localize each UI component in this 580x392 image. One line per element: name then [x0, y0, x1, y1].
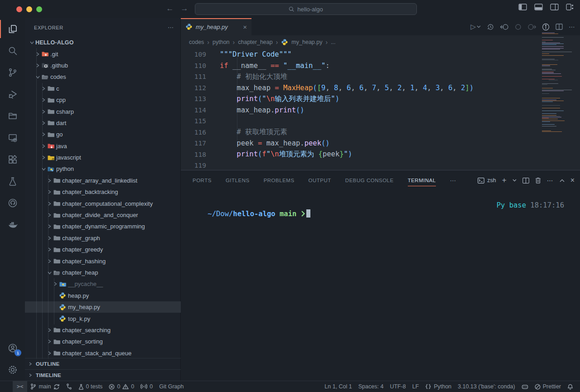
status-remote-indicator[interactable]: >< [13, 381, 27, 392]
customize-layout-icon[interactable] [566, 4, 574, 10]
status-language-mode[interactable]: Python [422, 381, 454, 392]
folder-extension-activity-icon[interactable] [0, 105, 25, 127]
editor-more-actions-icon[interactable]: ⋯ [569, 23, 575, 30]
run-python-file-button[interactable]: ▷ [470, 23, 481, 31]
kill-terminal-trash-icon[interactable] [535, 177, 541, 184]
status-formatter-status[interactable]: Prettier [532, 381, 564, 392]
file-tree-item-java[interactable]: java [25, 140, 181, 152]
panel-tabs-more-icon[interactable]: ⋯ [450, 177, 457, 184]
split-terminal-icon[interactable] [522, 178, 529, 184]
run-dropdown-chevron-icon[interactable] [477, 25, 481, 28]
chevron-down-icon [46, 271, 53, 275]
panel-tab-problems[interactable]: PROBLEMS [264, 170, 295, 190]
status-python-interpreter[interactable]: 3.10.13 ('base': conda) [454, 381, 518, 392]
file-tree-item--git[interactable]: .git [25, 48, 181, 59]
commit-graph-icon[interactable] [542, 23, 550, 31]
window-close-button[interactable] [16, 6, 22, 12]
github-activity-icon[interactable] [0, 192, 25, 214]
next-change-icon[interactable] [527, 24, 536, 30]
toggle-panel-icon[interactable] [534, 4, 543, 10]
status-git-branch-status[interactable]: main [27, 381, 63, 392]
code-line-116: 116 # 获取堆顶元素 [181, 127, 580, 138]
file-tree-item--github[interactable]: .github [25, 60, 181, 71]
run-debug-activity-icon[interactable] [0, 83, 25, 105]
folder-github-icon [41, 62, 50, 69]
change-indicator-icon[interactable] [515, 24, 522, 30]
navigate-back-icon[interactable]: ← [165, 4, 175, 13]
file-tree-item-javascript[interactable]: JSjavascript [25, 152, 181, 163]
status-copilot-status[interactable] [518, 381, 532, 392]
status-tests-status[interactable]: 0 tests [75, 381, 106, 392]
accounts-activity-icon[interactable]: 1 [0, 337, 25, 359]
file-tree-item-c[interactable]: c [25, 83, 181, 94]
docker-activity-icon[interactable] [0, 214, 25, 236]
panel-more-actions-icon[interactable]: ⋯ [547, 177, 554, 184]
tree-item-label: chapter_graph [62, 235, 100, 242]
file-tree-item-csharp[interactable]: csharp [25, 106, 181, 117]
explorer-more-actions-icon[interactable]: ⋯ [168, 24, 174, 31]
file-tree-item-cpp[interactable]: cpp [25, 94, 181, 106]
sync-icon [53, 384, 60, 390]
breadcrumb-python[interactable]: python [213, 39, 230, 45]
maximize-panel-icon[interactable] [560, 179, 565, 182]
file-tree-item-dart[interactable]: dart [25, 117, 181, 129]
split-editor-icon[interactable] [556, 24, 563, 30]
tree-item-label: go [56, 131, 63, 138]
terminal-shell-chip[interactable]: zsh [478, 177, 496, 184]
panel-tab-output[interactable]: OUTPUT [309, 170, 331, 190]
toggle-primary-sidebar-icon[interactable] [518, 4, 527, 10]
error-icon [109, 384, 115, 390]
search-activity-icon[interactable] [0, 40, 25, 62]
tab-my-heap-py[interactable]: my_heap.py × [181, 18, 251, 35]
terminal-dropdown-chevron-icon[interactable] [512, 179, 517, 182]
status-ports-status[interactable]: 0 [137, 381, 156, 392]
breadcrumb-file[interactable]: my_heap.py [291, 39, 322, 45]
status-notifications[interactable] [564, 381, 576, 392]
panel-tab-ports[interactable]: PORTS [193, 170, 212, 190]
breadcrumb-symbol[interactable]: ... [331, 39, 335, 45]
new-terminal-icon[interactable]: + [502, 176, 507, 185]
window-zoom-button[interactable] [36, 6, 42, 12]
status-problems-status[interactable]: 00 [106, 381, 137, 392]
command-center-search[interactable]: hello-algo [195, 3, 417, 15]
file-tree-item-hello-algo[interactable]: HELLO-ALGO [25, 37, 181, 48]
code-view[interactable]: 109"""Driver Code"""110if __name__ == "_… [181, 49, 580, 170]
breadcrumb-codes[interactable]: codes [189, 39, 204, 45]
timeline-section-header[interactable]: TIMELINE [25, 369, 181, 381]
previous-change-icon[interactable] [500, 24, 509, 30]
panel-tab-debug-console[interactable]: DEBUG CONSOLE [345, 170, 394, 190]
status-eol[interactable]: LF [409, 381, 422, 392]
file-tree-item-python[interactable]: python [25, 163, 181, 174]
status-indentation[interactable]: Spaces: 4 [355, 381, 387, 392]
file-tree-item-go[interactable]: go [25, 129, 181, 140]
tab-close-icon[interactable]: × [243, 23, 247, 31]
status-git-graph-launcher[interactable] [63, 381, 75, 392]
status-git-graph-label[interactable]: Git Graph [156, 381, 187, 392]
minimap[interactable] [542, 32, 572, 133]
outline-section-header[interactable]: OUTLINE [25, 358, 181, 369]
close-panel-icon[interactable]: × [570, 176, 575, 184]
panel-tab-gitlens[interactable]: GITLENS [226, 170, 250, 190]
remote-explorer-activity-icon[interactable] [0, 127, 25, 149]
tree-item-label: javascript [56, 154, 81, 161]
status-cursor-position[interactable]: Ln 1, Col 1 [321, 381, 355, 392]
panel-tab-terminal[interactable]: TERMINAL [408, 170, 436, 190]
window-minimize-button[interactable] [26, 6, 32, 12]
settings-activity-icon[interactable] [0, 359, 25, 381]
breadcrumb-chapter-heap[interactable]: chapter_heap [238, 39, 272, 45]
source-control-activity-icon[interactable] [0, 62, 25, 83]
timeline-history-icon[interactable] [487, 23, 494, 31]
tree-item-label: chapter_sorting [62, 338, 103, 345]
chevron-right-icon [40, 121, 47, 125]
toggle-secondary-sidebar-icon[interactable] [550, 4, 559, 10]
status-encoding[interactable]: UTF-8 [387, 381, 409, 392]
navigate-forward-icon[interactable]: → [179, 4, 189, 13]
file-tree-item-codes[interactable]: codes [25, 71, 181, 82]
extensions-activity-icon[interactable] [0, 149, 25, 170]
testing-activity-icon[interactable] [0, 170, 25, 192]
braces-icon [425, 384, 431, 389]
title-bar: ← → hello-algo [0, 0, 580, 18]
code-line-111: 111 # 初始化大顶堆 [181, 71, 580, 82]
branch-icon [30, 383, 36, 390]
explorer-activity-icon[interactable] [0, 18, 25, 40]
